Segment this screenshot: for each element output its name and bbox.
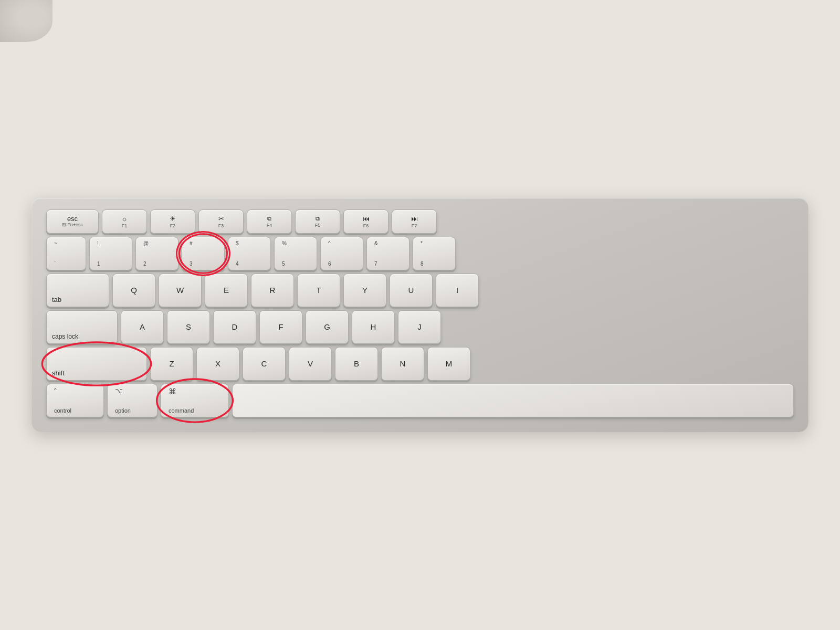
- key-8[interactable]: * 8: [413, 237, 456, 270]
- keyboard-rows: esc ⊞:Fn+esc ☼ F1 ☀ F2 ✂ F3 ⧉ F4 ⧉ F5: [46, 209, 794, 417]
- seven-label: 7: [374, 261, 377, 267]
- esc-label: esc: [67, 215, 78, 223]
- f5-icon: ⧉: [316, 215, 320, 222]
- m-label: M: [446, 360, 453, 369]
- key-f1[interactable]: ☼ F1: [102, 209, 147, 234]
- command-icon: ⌘: [169, 387, 176, 396]
- circle-3-overlay: [176, 231, 230, 276]
- f2-label: F2: [170, 223, 176, 228]
- key-3[interactable]: # 3: [182, 237, 225, 270]
- percent-label: %: [282, 240, 287, 246]
- esc-sub: ⊞:Fn+esc: [62, 223, 83, 228]
- key-f2[interactable]: ☀ F2: [150, 209, 195, 234]
- key-4[interactable]: $ 4: [228, 237, 271, 270]
- key-z[interactable]: Z: [150, 347, 193, 381]
- amp-label: &: [374, 240, 378, 246]
- key-m[interactable]: M: [427, 347, 470, 381]
- key-f[interactable]: F: [259, 310, 302, 344]
- f7-label: F7: [412, 223, 417, 228]
- key-shift[interactable]: shift: [46, 347, 147, 381]
- key-7[interactable]: & 7: [366, 237, 410, 270]
- key-5[interactable]: % 5: [274, 237, 317, 270]
- key-x[interactable]: X: [196, 347, 239, 381]
- key-f3[interactable]: ✂ F3: [198, 209, 244, 234]
- key-t[interactable]: T: [297, 274, 340, 307]
- svg-point-0: [180, 234, 227, 274]
- key-v[interactable]: V: [289, 347, 332, 381]
- key-n[interactable]: N: [381, 347, 424, 381]
- key-f5[interactable]: ⧉ F5: [295, 209, 340, 234]
- f7-icon: ⏭: [411, 215, 418, 223]
- six-label: 6: [328, 261, 331, 267]
- f4-label: F4: [267, 223, 272, 228]
- option-icon: ⌥: [115, 387, 123, 395]
- y-label: Y: [362, 286, 368, 295]
- key-h[interactable]: H: [352, 310, 395, 344]
- key-e[interactable]: E: [205, 274, 248, 307]
- z-label: Z: [169, 360, 174, 369]
- key-1[interactable]: ! 1: [89, 237, 132, 270]
- key-b[interactable]: B: [335, 347, 378, 381]
- key-j[interactable]: J: [398, 310, 441, 344]
- f5-label: F5: [315, 223, 321, 228]
- f-label: F: [278, 323, 283, 332]
- circle-shift-overlay: [39, 340, 154, 387]
- e-label: E: [224, 286, 229, 295]
- f2-icon: ☀: [170, 215, 176, 223]
- key-6[interactable]: ^ 6: [320, 237, 363, 270]
- key-esc[interactable]: esc ⊞:Fn+esc: [46, 209, 99, 234]
- keyboard: esc ⊞:Fn+esc ☼ F1 ☀ F2 ✂ F3 ⧉ F4 ⧉ F5: [32, 198, 808, 432]
- key-2[interactable]: @ 2: [135, 237, 178, 270]
- ctrl-arrow: ^: [54, 387, 57, 393]
- key-f4[interactable]: ⧉ F4: [247, 209, 292, 234]
- key-f7[interactable]: ⏭ F7: [392, 209, 437, 234]
- c-label: C: [261, 360, 267, 369]
- key-control[interactable]: ^ control: [46, 384, 104, 417]
- u-label: U: [408, 286, 414, 295]
- f3-icon: ✂: [218, 215, 224, 223]
- i-label: I: [456, 286, 458, 295]
- key-u[interactable]: U: [390, 274, 433, 307]
- ctrl-label: control: [54, 407, 71, 414]
- f3-label: F3: [218, 223, 224, 228]
- key-g[interactable]: G: [306, 310, 349, 344]
- key-command[interactable]: ⌘ command: [161, 384, 229, 417]
- w-label: W: [176, 286, 184, 295]
- option-label: option: [115, 407, 131, 414]
- one-label: 1: [97, 261, 100, 267]
- key-y[interactable]: Y: [343, 274, 386, 307]
- tilde-label: ~: [54, 240, 57, 246]
- key-r[interactable]: R: [251, 274, 294, 307]
- n-label: N: [400, 360, 406, 369]
- five-label: 5: [282, 261, 285, 267]
- at-label: @: [143, 240, 149, 246]
- circle-command-overlay: [154, 377, 236, 424]
- f1-label: F1: [122, 223, 128, 228]
- qwerty-row: tab Q W E R T Y U I: [46, 274, 794, 307]
- asdf-row: caps lock A S D F G H J: [46, 310, 794, 344]
- key-q[interactable]: Q: [112, 274, 155, 307]
- key-spacebar[interactable]: [232, 384, 794, 417]
- mouse-decoration: [0, 0, 52, 42]
- key-a[interactable]: A: [121, 310, 164, 344]
- key-f6[interactable]: ⏮ F6: [343, 209, 388, 234]
- f1-icon: ☼: [121, 215, 128, 223]
- key-s[interactable]: S: [167, 310, 210, 344]
- key-i[interactable]: I: [436, 274, 479, 307]
- eight-label: 8: [421, 261, 424, 267]
- key-tab[interactable]: tab: [46, 274, 109, 307]
- key-caps[interactable]: caps lock: [46, 310, 118, 344]
- tab-label: tab: [52, 296, 61, 303]
- f4-icon: ⧉: [267, 215, 271, 222]
- key-backtick[interactable]: ~ `: [46, 237, 86, 270]
- a-label: A: [140, 323, 145, 332]
- hash-label: #: [190, 240, 193, 246]
- r-label: R: [270, 286, 276, 295]
- key-c[interactable]: C: [243, 347, 286, 381]
- v-label: V: [308, 360, 313, 369]
- key-d[interactable]: D: [213, 310, 256, 344]
- key-option[interactable]: ⌥ option: [107, 384, 158, 417]
- number-row: ~ ` ! 1 @ 2 # 3 $ 4: [46, 237, 794, 270]
- key-w[interactable]: W: [159, 274, 202, 307]
- fn-row: esc ⊞:Fn+esc ☼ F1 ☀ F2 ✂ F3 ⧉ F4 ⧉ F5: [46, 209, 794, 234]
